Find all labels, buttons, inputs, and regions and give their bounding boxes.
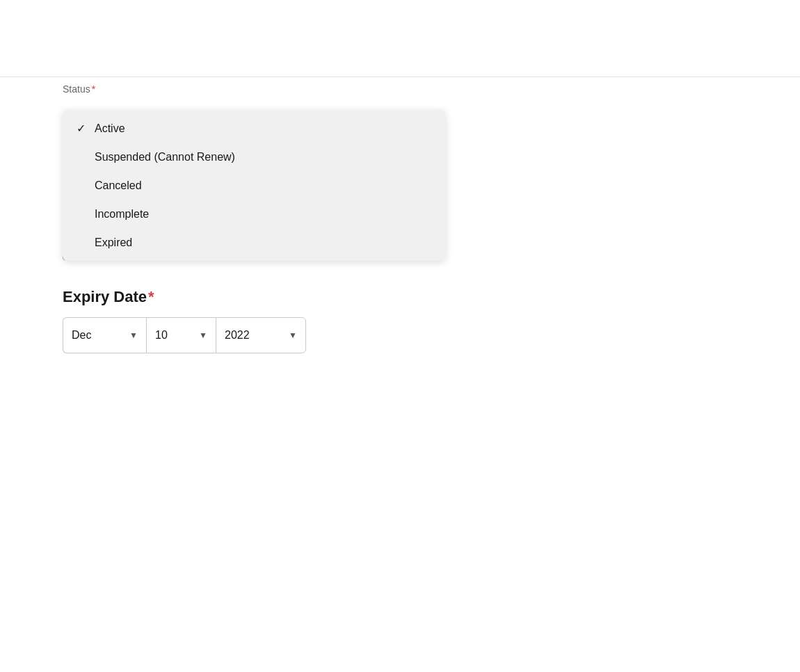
- status-field-group: Status* ✓ Active ✓ Suspended (Cannot Ren…: [63, 83, 737, 113]
- chevron-down-icon: ▼: [289, 330, 297, 340]
- chevron-down-icon: ▼: [199, 330, 207, 340]
- expiry-date-section: Expiry Date* Dec ▼ 10 ▼ 2022 ▼: [63, 288, 737, 353]
- status-option-expired[interactable]: ✓ Expired: [63, 228, 445, 257]
- expiry-date-row: Dec ▼ 10 ▼ 2022 ▼: [63, 317, 737, 353]
- checkmark-icon: ✓: [77, 122, 89, 135]
- expiry-year-select[interactable]: 2022 ▼: [216, 317, 306, 353]
- status-option-canceled[interactable]: ✓ Canceled: [63, 171, 445, 200]
- option-canceled-label: Canceled: [95, 179, 142, 192]
- expiry-day-value: 10: [155, 329, 168, 342]
- status-label: Status*: [63, 83, 737, 95]
- top-divider: [0, 77, 800, 77]
- status-dropdown-menu[interactable]: ✓ Active ✓ Suspended (Cannot Renew) ✓ Ca…: [63, 110, 445, 261]
- expiry-date-label: Expiry Date*: [63, 288, 737, 306]
- option-expired-label: Expired: [95, 237, 132, 249]
- expiry-month-select[interactable]: Dec ▼: [63, 317, 146, 353]
- expiry-month-value: Dec: [72, 329, 91, 342]
- status-option-active[interactable]: ✓ Active: [63, 114, 445, 143]
- option-suspended-label: Suspended (Cannot Renew): [95, 151, 235, 163]
- option-incomplete-label: Incomplete: [95, 208, 149, 221]
- expiry-year-value: 2022: [225, 329, 250, 342]
- status-option-suspended[interactable]: ✓ Suspended (Cannot Renew): [63, 143, 445, 171]
- expiry-day-select[interactable]: 10 ▼: [146, 317, 216, 353]
- option-active-label: Active: [95, 122, 125, 135]
- status-option-incomplete[interactable]: ✓ Incomplete: [63, 200, 445, 228]
- chevron-down-icon: ▼: [129, 330, 138, 340]
